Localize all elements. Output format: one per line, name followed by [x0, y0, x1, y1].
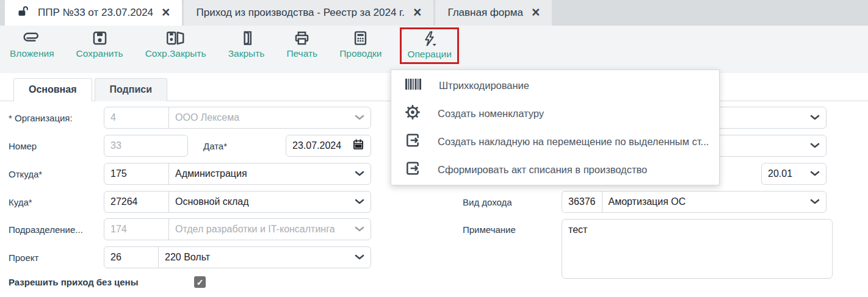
number-field[interactable]: 33 [104, 135, 188, 157]
date-label: Дата* [203, 135, 227, 157]
operations-button[interactable]: Операции [407, 30, 452, 60]
menu-item-create-transfer-invoice[interactable]: Создать накладную на перемещение по выде… [391, 127, 719, 156]
window-tab-document[interactable]: ППР №33 от 23.07.2024 × [5, 0, 182, 26]
from-field[interactable]: 175 Администрация [104, 163, 371, 185]
department-name[interactable]: Отдел разработки и IT-консалтинга [169, 224, 355, 235]
chevron-down-icon[interactable] [810, 143, 826, 149]
menu-item-create-writeoff-act[interactable]: Сформировать акт списания в производство [391, 156, 719, 184]
chevron-down-icon[interactable] [810, 199, 826, 205]
close-icon[interactable]: × [162, 5, 170, 20]
operations-menu: Штрихкодирование [391, 70, 720, 185]
chevron-down-icon[interactable] [810, 171, 820, 177]
date-field[interactable]: 23.07.2024 [286, 135, 371, 157]
to-field[interactable]: 27264 Основной склад [104, 191, 371, 213]
chevron-down-icon[interactable] [355, 199, 371, 205]
save-close-label: Сохр.Закрыть [145, 48, 206, 59]
attachments-button[interactable]: Вложения [10, 30, 54, 59]
project-code[interactable]: 26 [104, 247, 159, 268]
organization-code[interactable]: 4 [104, 107, 169, 128]
account-value[interactable]: 20.01 [768, 168, 792, 179]
to-name[interactable]: Основной склад [169, 196, 355, 207]
transfer-icon [405, 160, 421, 179]
allow-no-price-label: Разрешить приход без цены [9, 274, 138, 289]
organization-name[interactable]: ООО Лексема [169, 112, 355, 123]
date-value[interactable]: 23.07.2024 [292, 140, 341, 151]
operations-label: Операции [407, 49, 452, 60]
allow-no-price-checkbox[interactable]: ✓ [194, 276, 206, 288]
paperclip-icon [22, 30, 42, 46]
printer-icon [294, 30, 310, 46]
organization-label: * Организация: [9, 107, 73, 129]
save-close-button[interactable]: Сохр.Закрыть [145, 30, 206, 59]
project-label: Проект [9, 246, 38, 268]
project-field[interactable]: 26 220 Вольт [104, 246, 371, 268]
chevron-down-icon[interactable] [355, 254, 371, 260]
organization-field[interactable]: 4 ООО Лексема [104, 107, 371, 129]
department-code[interactable]: 174 [104, 219, 169, 240]
menu-item-label: Штрихкодирование [439, 80, 529, 91]
menu-item-label: Сформировать акт списания в производство [438, 164, 647, 176]
lightning-icon [421, 30, 438, 47]
close-label: Закрыть [228, 48, 265, 59]
save-icon [92, 30, 108, 46]
income-type-label: Вид дохода [463, 191, 512, 213]
menu-item-barcoding[interactable]: Штрихкодирование [391, 71, 719, 99]
postings-button[interactable]: Проводки [339, 30, 382, 59]
to-code[interactable]: 27264 [104, 191, 169, 212]
to-label: Куда* [9, 191, 32, 213]
number-label: Номер [9, 135, 37, 157]
note-textarea[interactable]: тест [562, 219, 833, 279]
from-name[interactable]: Администрация [169, 168, 355, 179]
chevron-down-icon[interactable] [355, 115, 371, 121]
barcode-icon [405, 77, 422, 93]
close-icon[interactable]: × [532, 5, 540, 20]
transfer-icon [405, 132, 421, 151]
calculator-icon [352, 30, 369, 46]
unlock-icon [17, 5, 29, 21]
department-field[interactable]: 174 Отдел разработки и IT-консалтинга [104, 218, 371, 240]
project-name[interactable]: 220 Вольт [159, 252, 355, 263]
from-label: Откуда* [9, 163, 42, 185]
window-tab-bar: ППР №33 от 23.07.2024 × Приход из произв… [0, 0, 868, 26]
window-tab-label: Главная форма [447, 7, 523, 19]
window-tab-main-form[interactable]: Главная форма × [435, 0, 552, 26]
attachments-label: Вложения [10, 48, 54, 59]
save-button[interactable]: Сохранить [76, 30, 123, 59]
tab-signatures[interactable]: Подписи [95, 78, 167, 101]
chevron-down-icon[interactable] [355, 226, 371, 232]
tab-main[interactable]: Основная [13, 78, 92, 101]
chevron-down-icon[interactable] [355, 171, 371, 177]
from-code[interactable]: 175 [104, 163, 169, 184]
menu-item-create-nomenclature[interactable]: Создать номенклатуру [391, 99, 719, 127]
menu-item-label: Создать накладную на перемещение по выде… [438, 136, 709, 148]
window-tab-label: ППР №33 от 23.07.2024 [38, 7, 153, 19]
operations-highlight-box: Операции [400, 27, 459, 64]
save-close-icon [166, 30, 185, 46]
window-tab-registry[interactable]: Приход из производства - Реестр за 2024 … [184, 0, 433, 26]
close-form-button[interactable]: Закрыть [228, 30, 265, 59]
app-window: ППР №33 от 23.07.2024 × Приход из произв… [0, 0, 868, 297]
income-type-code[interactable]: 36376 [562, 191, 602, 212]
save-label: Сохранить [76, 48, 123, 59]
income-type-name[interactable]: Амортизация ОС [602, 196, 811, 207]
gear-icon [405, 104, 421, 123]
menu-item-label: Создать номенклатуру [438, 108, 544, 120]
toolbar: Вложения Сохранить Сохр.Зак [0, 26, 868, 73]
chevron-down-icon[interactable] [810, 115, 826, 121]
income-type-field[interactable]: 36376 Амортизация ОС [562, 191, 826, 213]
print-button[interactable]: Печать [286, 30, 317, 59]
department-label: Подразделение... [9, 218, 83, 240]
door-icon [238, 30, 255, 46]
window-tab-label: Приход из производства - Реестр за 2024 … [196, 7, 404, 19]
calendar-icon[interactable] [352, 138, 364, 153]
account-dropdown[interactable]: 20.01 [761, 163, 826, 185]
postings-label: Проводки [339, 48, 382, 59]
close-icon[interactable]: × [413, 5, 421, 20]
note-label: Примечание [463, 218, 516, 240]
print-label: Печать [286, 48, 317, 59]
